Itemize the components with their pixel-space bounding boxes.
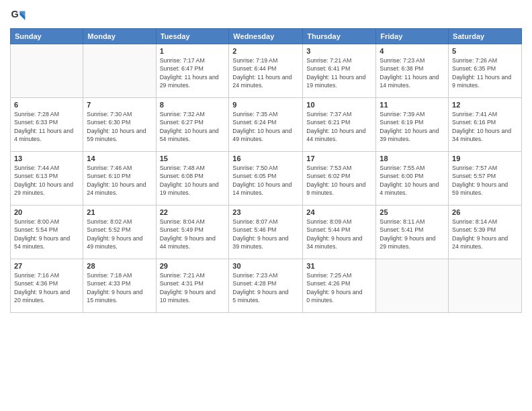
day-info: Sunrise: 8:09 AMSunset: 5:44 PMDaylight:… (306, 218, 372, 250)
day-number: 26 (452, 208, 518, 216)
day-info: Sunrise: 8:00 AMSunset: 5:54 PMDaylight:… (14, 218, 79, 250)
day-info: Sunrise: 7:32 AMSunset: 6:27 PMDaylight:… (160, 110, 226, 143)
day-info: Sunrise: 7:28 AMSunset: 6:33 PMDaylight:… (14, 110, 79, 143)
day-number: 1 (160, 47, 226, 55)
weekday-header-tuesday: Tuesday (156, 29, 229, 44)
day-info: Sunrise: 7:16 AMSunset: 4:36 PMDaylight:… (14, 271, 79, 304)
calendar-table: SundayMondayTuesdayWednesdayThursdayFrid… (10, 28, 522, 313)
calendar-cell: 5Sunrise: 7:26 AMSunset: 6:35 PMDaylight… (449, 44, 522, 98)
calendar-cell: 6Sunrise: 7:28 AMSunset: 6:33 PMDaylight… (11, 98, 83, 152)
page: G SundayMondayTuesdayWednesdayThursdayFr… (0, 0, 532, 411)
day-info: Sunrise: 7:17 AMSunset: 6:47 PMDaylight:… (160, 56, 226, 89)
calendar-cell: 2Sunrise: 7:19 AMSunset: 6:44 PMDaylight… (229, 44, 303, 98)
day-info: Sunrise: 7:57 AMSunset: 5:57 PMDaylight:… (452, 164, 518, 197)
day-number: 11 (380, 101, 445, 109)
day-info: Sunrise: 7:21 AMSunset: 4:31 PMDaylight:… (160, 271, 226, 304)
day-info: Sunrise: 8:02 AMSunset: 5:52 PMDaylight:… (87, 218, 152, 250)
day-info: Sunrise: 8:11 AMSunset: 5:41 PMDaylight:… (380, 218, 445, 250)
calendar-cell: 18Sunrise: 7:55 AMSunset: 6:00 PMDayligh… (376, 152, 449, 205)
calendar-cell: 26Sunrise: 8:14 AMSunset: 5:39 PMDayligh… (449, 205, 522, 259)
svg-text:G: G (11, 9, 19, 19)
weekday-header-sunday: Sunday (11, 29, 83, 44)
day-info: Sunrise: 7:30 AMSunset: 6:30 PMDaylight:… (87, 110, 152, 143)
day-number: 7 (87, 101, 152, 109)
day-info: Sunrise: 7:21 AMSunset: 6:41 PMDaylight:… (306, 56, 372, 89)
calendar-header: SundayMondayTuesdayWednesdayThursdayFrid… (11, 29, 522, 44)
calendar-cell: 25Sunrise: 8:11 AMSunset: 5:41 PMDayligh… (376, 205, 449, 259)
day-info: Sunrise: 7:18 AMSunset: 4:33 PMDaylight:… (87, 271, 152, 304)
calendar-cell: 1Sunrise: 7:17 AMSunset: 6:47 PMDaylight… (156, 44, 229, 98)
calendar-cell: 27Sunrise: 7:16 AMSunset: 4:36 PMDayligh… (11, 259, 83, 313)
weekday-header-monday: Monday (83, 29, 156, 44)
calendar-cell: 14Sunrise: 7:46 AMSunset: 6:10 PMDayligh… (83, 152, 156, 205)
day-number: 2 (232, 47, 299, 55)
calendar-cell: 20Sunrise: 8:00 AMSunset: 5:54 PMDayligh… (11, 205, 83, 259)
calendar-cell: 7Sunrise: 7:30 AMSunset: 6:30 PMDaylight… (83, 98, 156, 152)
day-number: 16 (232, 154, 299, 163)
calendar-cell: 9Sunrise: 7:35 AMSunset: 6:24 PMDaylight… (229, 98, 303, 152)
calendar-cell: 3Sunrise: 7:21 AMSunset: 6:41 PMDaylight… (303, 44, 376, 98)
week-row-1: 1Sunrise: 7:17 AMSunset: 6:47 PMDaylight… (11, 44, 522, 98)
weekday-header-friday: Friday (376, 29, 449, 44)
calendar-cell: 31Sunrise: 7:25 AMSunset: 4:26 PMDayligh… (303, 259, 376, 313)
calendar-cell: 13Sunrise: 7:44 AMSunset: 6:13 PMDayligh… (11, 152, 83, 205)
calendar-cell: 11Sunrise: 7:39 AMSunset: 6:19 PMDayligh… (376, 98, 449, 152)
day-info: Sunrise: 7:37 AMSunset: 6:21 PMDaylight:… (306, 110, 372, 143)
weekday-header-wednesday: Wednesday (229, 29, 303, 44)
day-number: 10 (306, 101, 372, 109)
calendar-cell: 4Sunrise: 7:23 AMSunset: 6:38 PMDaylight… (376, 44, 449, 98)
calendar-cell (449, 259, 522, 313)
weekday-header-thursday: Thursday (303, 29, 376, 44)
day-info: Sunrise: 7:55 AMSunset: 6:00 PMDaylight:… (380, 164, 445, 197)
day-info: Sunrise: 7:39 AMSunset: 6:19 PMDaylight:… (380, 110, 445, 143)
day-info: Sunrise: 7:50 AMSunset: 6:05 PMDaylight:… (232, 164, 299, 197)
calendar-cell (376, 259, 449, 313)
day-number: 19 (452, 154, 518, 163)
day-info: Sunrise: 7:46 AMSunset: 6:10 PMDaylight:… (87, 164, 152, 197)
calendar-cell: 10Sunrise: 7:37 AMSunset: 6:21 PMDayligh… (303, 98, 376, 152)
logo-icon: G (10, 7, 26, 23)
day-number: 25 (380, 208, 445, 216)
logo: G (10, 7, 29, 23)
calendar-cell: 21Sunrise: 8:02 AMSunset: 5:52 PMDayligh… (83, 205, 156, 259)
day-info: Sunrise: 7:25 AMSunset: 4:26 PMDaylight:… (306, 271, 372, 304)
day-number: 17 (306, 154, 372, 163)
day-info: Sunrise: 7:35 AMSunset: 6:24 PMDaylight:… (232, 110, 299, 143)
day-info: Sunrise: 7:44 AMSunset: 6:13 PMDaylight:… (14, 164, 79, 197)
calendar-cell: 15Sunrise: 7:48 AMSunset: 6:08 PMDayligh… (156, 152, 229, 205)
week-row-2: 6Sunrise: 7:28 AMSunset: 6:33 PMDaylight… (11, 98, 522, 152)
day-number: 23 (232, 208, 299, 216)
calendar-cell: 19Sunrise: 7:57 AMSunset: 5:57 PMDayligh… (449, 152, 522, 205)
day-number: 31 (306, 262, 372, 270)
day-number: 24 (306, 208, 372, 216)
calendar-cell: 30Sunrise: 7:23 AMSunset: 4:28 PMDayligh… (229, 259, 303, 313)
day-info: Sunrise: 7:23 AMSunset: 6:38 PMDaylight:… (380, 56, 445, 89)
calendar-cell: 22Sunrise: 8:04 AMSunset: 5:49 PMDayligh… (156, 205, 229, 259)
week-row-4: 20Sunrise: 8:00 AMSunset: 5:54 PMDayligh… (11, 205, 522, 259)
day-number: 15 (160, 154, 226, 163)
header: G (10, 7, 522, 23)
day-number: 4 (380, 47, 445, 55)
week-row-3: 13Sunrise: 7:44 AMSunset: 6:13 PMDayligh… (11, 152, 522, 205)
weekday-header-saturday: Saturday (449, 29, 522, 44)
calendar-body: 1Sunrise: 7:17 AMSunset: 6:47 PMDaylight… (11, 44, 522, 313)
day-info: Sunrise: 7:53 AMSunset: 6:02 PMDaylight:… (306, 164, 372, 197)
day-info: Sunrise: 8:07 AMSunset: 5:46 PMDaylight:… (232, 218, 299, 250)
day-info: Sunrise: 7:26 AMSunset: 6:35 PMDaylight:… (452, 56, 518, 89)
day-info: Sunrise: 7:23 AMSunset: 4:28 PMDaylight:… (232, 271, 299, 304)
calendar-cell: 12Sunrise: 7:41 AMSunset: 6:16 PMDayligh… (449, 98, 522, 152)
day-info: Sunrise: 8:04 AMSunset: 5:49 PMDaylight:… (160, 218, 226, 250)
day-number: 9 (232, 101, 299, 109)
day-info: Sunrise: 7:48 AMSunset: 6:08 PMDaylight:… (160, 164, 226, 197)
day-number: 13 (14, 154, 79, 163)
day-number: 22 (160, 208, 226, 216)
calendar-cell: 8Sunrise: 7:32 AMSunset: 6:27 PMDaylight… (156, 98, 229, 152)
calendar-cell (11, 44, 83, 98)
calendar-cell (83, 44, 156, 98)
day-number: 21 (87, 208, 152, 216)
day-number: 28 (87, 262, 152, 270)
day-number: 8 (160, 101, 226, 109)
calendar-cell: 29Sunrise: 7:21 AMSunset: 4:31 PMDayligh… (156, 259, 229, 313)
day-number: 3 (306, 47, 372, 55)
day-info: Sunrise: 7:19 AMSunset: 6:44 PMDaylight:… (232, 56, 299, 89)
